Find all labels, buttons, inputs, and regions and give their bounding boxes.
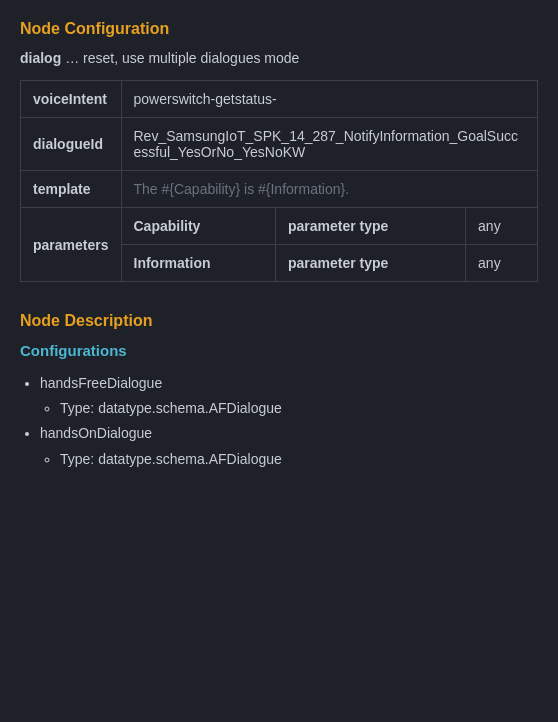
param-any-information: any: [466, 245, 537, 282]
row-value-dialogueId: Rev_SamsungIoT_SPK_14_287_NotifyInformat…: [121, 118, 538, 171]
config-item-type-2: datatype.schema.AFDialogue: [98, 451, 282, 467]
node-description-title: Node Description: [20, 312, 538, 330]
subtitle-row: dialog … reset, use multiple dialogues m…: [20, 50, 538, 66]
table-row: template The #{Capability} is #{Informat…: [21, 171, 538, 208]
param-row-information: Information parameter type any: [122, 245, 538, 282]
param-any-capability: any: [466, 208, 537, 245]
list-item-type-handsFree: Type: datatype.schema.AFDialogue: [60, 396, 538, 421]
row-label-parameters: parameters: [21, 208, 122, 282]
row-label-voiceIntent: voiceIntent: [21, 81, 122, 118]
row-value-voiceIntent: powerswitch-getstatus-: [121, 81, 538, 118]
node-config-title: Node Configuration: [20, 20, 538, 38]
configurations-title: Configurations: [20, 342, 538, 359]
config-item-name-1: handsFreeDialogue: [40, 375, 162, 391]
parameters-inner-table: Capability parameter type any Informatio…: [122, 208, 538, 281]
sub-list-handsFree: Type: datatype.schema.AFDialogue: [40, 396, 538, 421]
param-type-capability: parameter type: [275, 208, 465, 245]
list-item-handsOnDialogue: handsOnDialogue Type: datatype.schema.AF…: [40, 421, 538, 471]
table-row: voiceIntent powerswitch-getstatus-: [21, 81, 538, 118]
row-label-dialogueId: dialogueId: [21, 118, 122, 171]
list-item-type-handsOn: Type: datatype.schema.AFDialogue: [60, 447, 538, 472]
parameters-nested-cell: Capability parameter type any Informatio…: [121, 208, 538, 282]
param-name-capability: Capability: [122, 208, 276, 245]
config-item-type-1: datatype.schema.AFDialogue: [98, 400, 282, 416]
config-table: voiceIntent powerswitch-getstatus- dialo…: [20, 80, 538, 282]
sub-list-handsOn: Type: datatype.schema.AFDialogue: [40, 447, 538, 472]
param-name-information: Information: [122, 245, 276, 282]
subtitle-keyword: dialog: [20, 50, 61, 66]
param-type-information: parameter type: [275, 245, 465, 282]
subtitle-text: … reset, use multiple dialogues mode: [65, 50, 299, 66]
row-value-template: The #{Capability} is #{Information}.: [121, 171, 538, 208]
table-row-parameters: parameters Capability parameter type any…: [21, 208, 538, 282]
param-row-capability: Capability parameter type any: [122, 208, 538, 245]
config-item-name-2: handsOnDialogue: [40, 425, 152, 441]
list-item-handsFreeDialogue: handsFreeDialogue Type: datatype.schema.…: [40, 371, 538, 421]
table-row: dialogueId Rev_SamsungIoT_SPK_14_287_Not…: [21, 118, 538, 171]
row-label-template: template: [21, 171, 122, 208]
node-description-section: Node Description Configurations handsFre…: [20, 312, 538, 472]
configurations-list: handsFreeDialogue Type: datatype.schema.…: [20, 371, 538, 472]
